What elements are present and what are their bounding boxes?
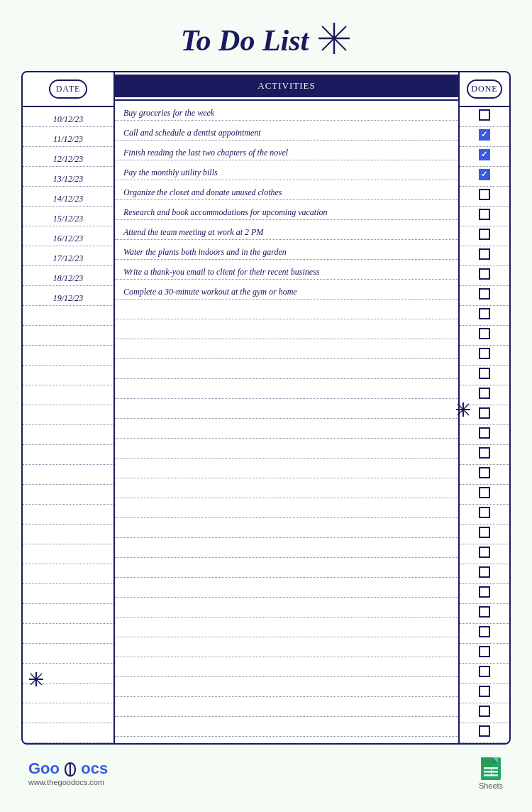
checkbox[interactable] xyxy=(479,507,490,518)
date-row xyxy=(23,425,113,445)
footer: Goo ocs www.thegoodocs.com xyxy=(21,756,511,790)
checkbox[interactable] xyxy=(479,447,490,459)
title-area: To Do List xyxy=(181,21,351,60)
activity-row xyxy=(115,578,458,598)
page-title: To Do List xyxy=(181,23,309,57)
done-row xyxy=(460,167,509,187)
footer-left: Goo ocs www.thegoodocs.com xyxy=(28,759,108,786)
checkbox[interactable] xyxy=(479,328,490,339)
date-row xyxy=(23,584,113,604)
activity-row xyxy=(115,300,458,319)
activity-row xyxy=(115,538,458,558)
done-row xyxy=(460,703,509,723)
checkbox[interactable] xyxy=(479,547,490,558)
footer-url: www.thegoodocs.com xyxy=(28,778,108,786)
done-row xyxy=(460,485,509,505)
date-cell: 13/12/23 xyxy=(53,174,84,185)
page: To Do List DATE 10/12/2311/12/2312/12/23… xyxy=(0,0,532,812)
date-row xyxy=(23,644,113,664)
checkbox[interactable] xyxy=(479,666,490,677)
done-header-wrapper: DONE xyxy=(460,72,509,107)
logo-ocs: ocs xyxy=(81,759,108,777)
svg-rect-18 xyxy=(491,767,492,777)
done-row xyxy=(460,306,509,326)
done-row xyxy=(460,246,509,266)
date-row xyxy=(23,326,113,346)
done-row xyxy=(460,346,509,366)
date-cell: 12/12/23 xyxy=(53,154,84,165)
checkbox[interactable] xyxy=(479,427,490,439)
checkbox[interactable] xyxy=(479,229,490,240)
sheets-label: Sheets xyxy=(479,781,503,790)
done-row xyxy=(460,505,509,525)
checkbox[interactable] xyxy=(479,388,490,399)
checkbox[interactable] xyxy=(479,527,490,538)
activity-row xyxy=(115,359,458,379)
date-row xyxy=(23,564,113,584)
activity-row xyxy=(115,478,458,498)
activity-cell: Water the plants both indoors and in the… xyxy=(123,247,287,258)
checkbox[interactable] xyxy=(479,467,490,478)
done-row xyxy=(460,326,509,346)
checkbox[interactable] xyxy=(479,348,490,359)
sheets-icon xyxy=(478,756,504,781)
checkbox[interactable] xyxy=(479,686,490,697)
activity-row xyxy=(115,558,458,578)
activity-row: Research and book accommodations for upc… xyxy=(115,200,458,220)
activity-row xyxy=(115,618,458,637)
date-row xyxy=(23,445,113,465)
checkbox[interactable] xyxy=(479,129,490,141)
checkbox[interactable] xyxy=(479,586,490,598)
date-row xyxy=(23,723,113,743)
date-row: 19/12/23 xyxy=(23,286,113,306)
date-column: DATE 10/12/2311/12/2312/12/2313/12/2314/… xyxy=(23,72,115,743)
activity-row xyxy=(115,339,458,359)
done-row xyxy=(460,425,509,445)
date-cell: 11/12/23 xyxy=(53,134,83,145)
checkbox[interactable] xyxy=(479,606,490,618)
checkbox[interactable] xyxy=(479,109,490,121)
checkbox[interactable] xyxy=(479,407,490,419)
activity-row: Organize the closet and donate unused cl… xyxy=(115,180,458,200)
main-table: DATE 10/12/2311/12/2312/12/2313/12/2314/… xyxy=(21,71,511,745)
activity-cell: Research and book accommodations for upc… xyxy=(123,207,328,218)
date-cell: 14/12/23 xyxy=(53,194,84,204)
done-row xyxy=(460,127,509,147)
checkbox[interactable] xyxy=(479,487,490,498)
done-row xyxy=(460,226,509,246)
checkbox[interactable] xyxy=(479,566,490,578)
date-row: 14/12/23 xyxy=(23,187,113,207)
checkbox[interactable] xyxy=(479,706,490,717)
date-rows-body: 10/12/2311/12/2312/12/2313/12/2314/12/23… xyxy=(23,107,113,743)
date-row xyxy=(23,405,113,425)
date-row: 12/12/23 xyxy=(23,147,113,167)
activity-row: Call and schedule a dentist appointment xyxy=(115,121,458,141)
checkbox[interactable] xyxy=(479,288,490,300)
checkbox[interactable] xyxy=(479,725,490,737)
checkbox[interactable] xyxy=(479,189,490,200)
checkbox[interactable] xyxy=(479,248,490,260)
activity-row xyxy=(115,518,458,538)
done-row xyxy=(460,187,509,207)
done-row xyxy=(460,147,509,167)
checkbox[interactable] xyxy=(479,268,490,280)
activity-row xyxy=(115,697,458,717)
checkbox[interactable] xyxy=(479,169,490,180)
activity-row xyxy=(115,637,458,657)
activity-row xyxy=(115,459,458,478)
date-row xyxy=(23,366,113,385)
checkbox[interactable] xyxy=(479,149,490,160)
checkbox[interactable] xyxy=(479,209,490,220)
activity-row xyxy=(115,717,458,737)
checkbox[interactable] xyxy=(479,646,490,657)
activity-cell: Organize the closet and donate unused cl… xyxy=(123,187,282,198)
done-row xyxy=(460,624,509,644)
date-row xyxy=(23,544,113,564)
activity-row xyxy=(115,319,458,339)
date-cell: 15/12/23 xyxy=(53,214,84,224)
done-row xyxy=(460,286,509,306)
date-row xyxy=(23,604,113,624)
checkbox[interactable] xyxy=(479,626,490,637)
checkbox[interactable] xyxy=(479,308,490,319)
checkbox[interactable] xyxy=(479,368,490,379)
